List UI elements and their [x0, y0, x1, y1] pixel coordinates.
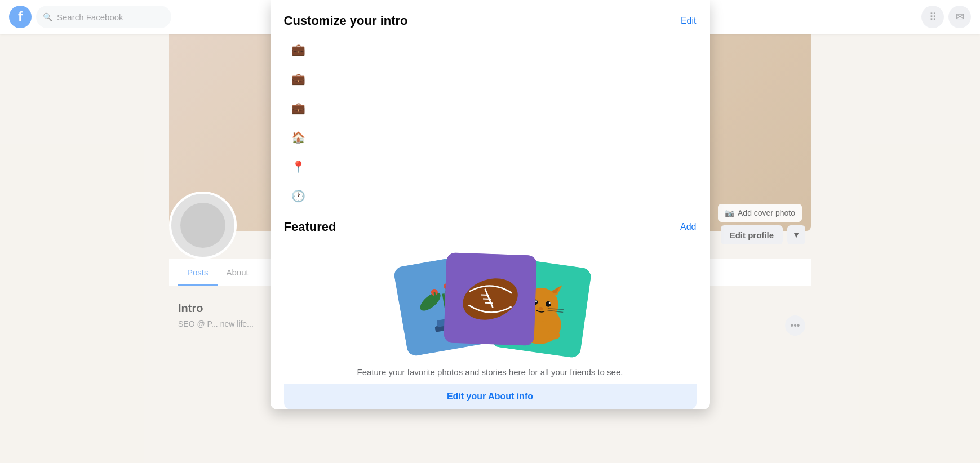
home-icon: 🏠	[289, 127, 309, 148]
featured-illustration	[284, 246, 697, 358]
svg-line-14	[483, 299, 491, 300]
featured-section: Featured Add	[284, 220, 697, 409]
intro-icon-row-1: 💼	[289, 39, 697, 60]
featured-description: Feature your favorite photos and stories…	[284, 367, 697, 377]
modal-title: Customize your intro	[284, 14, 408, 28]
location-icon: 📍	[289, 157, 309, 177]
clock-icon: 🕐	[289, 186, 309, 206]
intro-icon-row-4: 🏠	[289, 127, 697, 148]
featured-title: Featured	[284, 220, 336, 234]
featured-header: Featured Add	[284, 220, 697, 234]
intro-icon-row-5: 📍	[289, 157, 697, 177]
briefcase-icon-3: 💼	[289, 98, 309, 118]
cards-container	[389, 248, 592, 355]
intro-icon-row-3: 💼	[289, 98, 697, 118]
featured-add-link[interactable]: Add	[680, 222, 696, 232]
card-football	[444, 252, 536, 345]
briefcase-icon-1: 💼	[289, 39, 309, 60]
intro-icons-list: 💼 💼 💼 🏠 📍 🕐	[284, 39, 697, 206]
modal-header: Customize your intro Edit	[284, 14, 697, 28]
briefcase-icon-2: 💼	[289, 69, 309, 89]
intro-icon-row-6: 🕐	[289, 186, 697, 206]
intro-icon-row-2: 💼	[289, 69, 697, 89]
edit-about-info-button[interactable]: Edit your About info	[284, 384, 697, 409]
modal-edit-link[interactable]: Edit	[681, 16, 697, 26]
customize-intro-modal: Customize your intro Edit 💼 💼 💼 🏠 📍 🕐 Fe…	[271, 0, 710, 409]
